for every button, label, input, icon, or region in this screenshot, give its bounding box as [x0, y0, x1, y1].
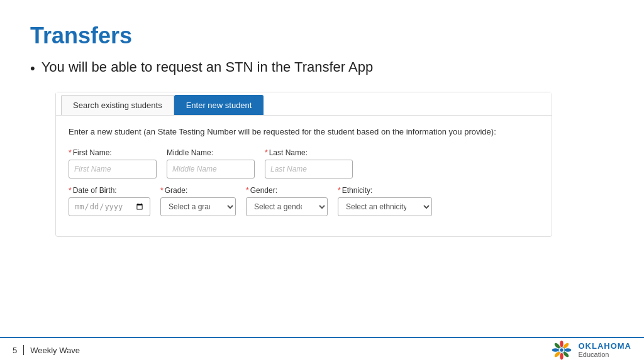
- gender-required: *: [246, 186, 249, 195]
- form-container: Search existing students Enter new stude…: [55, 92, 552, 237]
- svg-point-3: [565, 348, 572, 351]
- bullet-dot: •: [30, 60, 35, 77]
- ethnicity-field: *Ethnicity: Select an ethnicity...: [338, 186, 432, 216]
- last-name-label: *Last Name:: [265, 148, 353, 157]
- last-name-required: *: [265, 148, 268, 157]
- dob-required: *: [69, 186, 72, 195]
- logo-text-education: Education: [578, 351, 631, 359]
- bullet-text: You will be able to request an STN in th…: [42, 59, 374, 75]
- ethnicity-required: *: [338, 186, 341, 195]
- first-name-input[interactable]: [69, 160, 157, 178]
- footer-logo: OKLAHOMA Education: [550, 339, 631, 361]
- gender-label: *Gender:: [246, 186, 328, 195]
- form-body: Enter a new student (an State Testing Nu…: [56, 116, 552, 236]
- dob-input[interactable]: [69, 197, 150, 216]
- first-name-label: *First Name:: [69, 148, 157, 157]
- middle-name-label: Middle Name:: [167, 148, 255, 157]
- ethnicity-label: *Ethnicity:: [338, 186, 432, 195]
- first-name-field: *First Name:: [69, 148, 157, 178]
- tab-bar: Search existing students Enter new stude…: [56, 92, 552, 116]
- logo-text: OKLAHOMA Education: [578, 341, 631, 359]
- last-name-field: *Last Name:: [265, 148, 353, 178]
- ethnicity-select[interactable]: Select an ethnicity...: [338, 197, 432, 216]
- footer: 5 Weekly Wave OKLAHOMA Ed: [0, 337, 644, 362]
- grade-field: *Grade: Select a grade...: [160, 186, 236, 216]
- grade-label: *Grade:: [160, 186, 236, 195]
- oklahoma-education-icon: [550, 339, 573, 361]
- footer-divider: [23, 345, 24, 355]
- name-row: *First Name: Middle Name: *Last Name:: [69, 148, 539, 178]
- middle-name-input[interactable]: [167, 160, 255, 178]
- svg-point-1: [560, 341, 564, 348]
- slide: Transfers • You will be able to request …: [0, 0, 644, 362]
- tab-enter-new[interactable]: Enter new student: [174, 95, 264, 115]
- grade-select[interactable]: Select a grade...: [160, 197, 236, 216]
- logo-text-oklahoma: OKLAHOMA: [578, 341, 631, 351]
- gender-field: *Gender: Select a gender...: [246, 186, 328, 216]
- page-title: Transfers: [30, 23, 614, 49]
- svg-point-7: [552, 348, 559, 351]
- first-name-required: *: [69, 148, 72, 157]
- footer-title: Weekly Wave: [30, 346, 80, 355]
- dob-label: *Date of Birth:: [69, 186, 150, 195]
- footer-page-number: 5: [13, 346, 17, 355]
- gender-select[interactable]: Select a gender...: [246, 197, 328, 216]
- dob-field: *Date of Birth:: [69, 186, 150, 216]
- middle-name-field: Middle Name:: [167, 148, 255, 178]
- svg-point-10: [560, 348, 564, 351]
- tab-search-existing[interactable]: Search existing students: [61, 95, 174, 115]
- details-row: *Date of Birth: *Grade: Select a grade..…: [69, 186, 539, 216]
- svg-point-5: [560, 353, 564, 360]
- last-name-input[interactable]: [265, 160, 353, 178]
- form-description: Enter a new student (an State Testing Nu…: [69, 126, 539, 138]
- bullet-point: • You will be able to request an STN in …: [30, 59, 614, 77]
- grade-required: *: [160, 186, 164, 195]
